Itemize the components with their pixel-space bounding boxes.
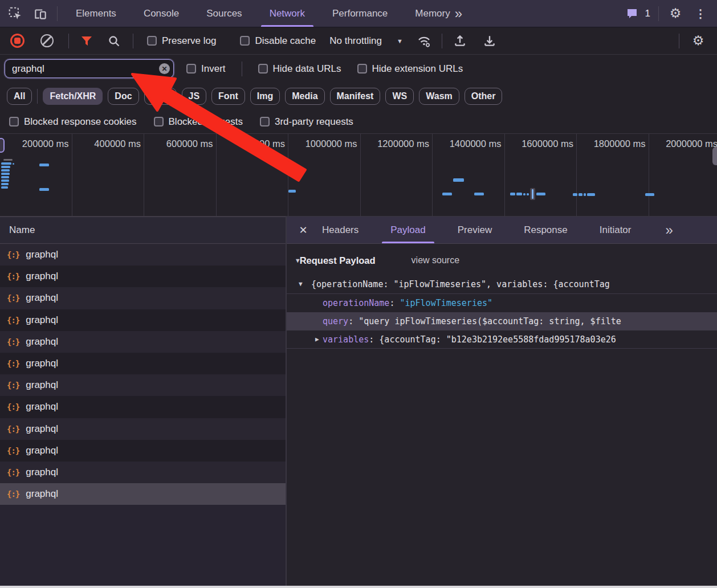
inspect-element-icon[interactable]: [7, 5, 24, 22]
timeline-tick-label: 1400000 ms: [450, 138, 502, 149]
timeline-column: 200000 ms: [0, 134, 72, 217]
payload-colon: :: [348, 316, 358, 326]
request-row[interactable]: {:}graphql: [0, 353, 286, 374]
request-row[interactable]: {:}graphql: [0, 374, 286, 396]
fetch-xhr-type-icon: {:}: [7, 316, 19, 325]
section-expanded-icon[interactable]: ▼: [296, 257, 300, 264]
request-row[interactable]: {:}graphql: [0, 244, 286, 266]
tab-memory[interactable]: Memory: [414, 0, 451, 27]
network-settings-gear-icon[interactable]: ⚙: [690, 32, 707, 50]
details-more-tabs-icon[interactable]: »: [665, 222, 671, 238]
request-row[interactable]: {:}graphql: [0, 331, 286, 353]
chip-css[interactable]: CSS: [144, 88, 177, 105]
close-details-icon[interactable]: ✕: [294, 224, 313, 236]
details-tab-headers[interactable]: Headers: [321, 217, 360, 243]
timeline-tick-label: 600000 ms: [166, 138, 213, 149]
timeline-column: 400000 ms: [72, 134, 145, 217]
request-row[interactable]: {:}graphql: [0, 440, 286, 462]
name-column-header[interactable]: Name: [0, 217, 286, 244]
fetch-xhr-type-icon: {:}: [7, 293, 19, 303]
network-overview-timeline[interactable]: 200000 ms400000 ms600000 ms800000 ms1000…: [0, 134, 717, 217]
device-toolbar-icon[interactable]: [32, 5, 49, 22]
chip-font[interactable]: Font: [211, 88, 245, 105]
issues-message-icon[interactable]: [624, 5, 641, 22]
checkbox-preserve-log[interactable]: Preserve log: [147, 35, 216, 47]
payload-summary-row[interactable]: ▼{operationName: "ipFlowTimeseries", var…: [287, 275, 717, 294]
tab-sources[interactable]: Sources: [205, 0, 243, 27]
chip-ws[interactable]: WS: [385, 88, 414, 105]
marker-line: [532, 189, 533, 199]
throttling-select[interactable]: No throttling ▼: [329, 35, 403, 47]
collapsed-arrow-icon[interactable]: ▶: [315, 336, 323, 343]
details-tab-initiator[interactable]: Initiator: [598, 217, 633, 243]
request-name: graphql: [26, 423, 58, 435]
chip-media[interactable]: Media: [285, 88, 324, 105]
request-row[interactable]: {:}graphql: [0, 309, 286, 331]
payload-panel: ▼ Request Payload view source ▼{operatio…: [287, 244, 717, 349]
request-row[interactable]: {:}graphql: [0, 462, 286, 483]
fetch-xhr-type-icon: {:}: [7, 272, 19, 281]
request-row[interactable]: {:}graphql: [0, 418, 286, 440]
payload-key: query: [323, 316, 348, 326]
details-tab-response[interactable]: Response: [523, 217, 569, 243]
timeline-tick-label: 800000 ms: [238, 138, 285, 149]
payload-row-query[interactable]: query: "query ipFlowTimeseries($accountT…: [287, 312, 717, 330]
checkbox-box-icon: [357, 64, 367, 74]
waterfall-bar: [474, 193, 484, 195]
details-tab-payload[interactable]: Payload: [389, 217, 426, 243]
expanded-arrow-icon[interactable]: ▼: [299, 280, 306, 288]
clear-filter-icon[interactable]: ✕: [159, 63, 170, 74]
chip-fetch-xhr[interactable]: Fetch/XHR: [43, 88, 103, 105]
details-tab-preview[interactable]: Preview: [457, 217, 493, 243]
chip-manifest[interactable]: Manifest: [330, 88, 381, 105]
tab-performance[interactable]: Performance: [331, 0, 389, 27]
clear-network-log-icon[interactable]: [40, 34, 54, 47]
more-tabs-icon[interactable]: »: [455, 6, 461, 22]
fetch-xhr-type-icon: {:}: [7, 250, 19, 259]
checkbox-hide-data-urls[interactable]: Hide data URLs: [258, 63, 341, 75]
chip-doc[interactable]: Doc: [108, 88, 138, 105]
waterfall-bar: [1, 162, 11, 165]
checkbox-disable-cache[interactable]: Disable cache: [240, 35, 316, 47]
resource-type-chips: AllFetch/XHRDocCSSJSFontImgMediaManifest…: [0, 83, 717, 110]
checkbox-hide-extension-urls[interactable]: Hide extension URLs: [357, 63, 463, 75]
filter-funnel-icon[interactable]: [78, 32, 95, 50]
waterfall-bar: [527, 193, 529, 195]
settings-gear-icon[interactable]: ⚙: [667, 5, 684, 22]
payload-value: "ipFlowTimeseries": [400, 298, 492, 308]
kebab-menu-icon[interactable]: ⋮: [692, 5, 709, 22]
checkbox-invert[interactable]: Invert: [186, 63, 226, 75]
tab-elements[interactable]: Elements: [75, 0, 117, 27]
request-row[interactable]: {:}graphql: [0, 266, 286, 287]
chip-all[interactable]: All: [7, 88, 32, 105]
tab-console[interactable]: Console: [142, 0, 180, 27]
chip-other[interactable]: Other: [465, 88, 503, 105]
request-row[interactable]: {:}graphql: [0, 396, 286, 418]
chip-wasm[interactable]: Wasm: [419, 88, 459, 105]
chip-img[interactable]: Img: [250, 88, 280, 105]
payload-colon: :: [389, 298, 400, 308]
checkbox-box-icon: [147, 36, 157, 46]
issues-count[interactable]: 1: [645, 8, 650, 19]
payload-row-operationname[interactable]: operationName: "ipFlowTimeseries": [287, 294, 717, 312]
filter-input[interactable]: [5, 59, 174, 78]
payload-key: operationName: [323, 298, 389, 308]
request-name: graphql: [26, 249, 58, 260]
import-har-icon[interactable]: [451, 32, 469, 50]
checkbox-blocked-response-cookies[interactable]: Blocked response cookies: [9, 116, 137, 128]
network-conditions-icon[interactable]: [415, 32, 433, 50]
waterfall-bar: [453, 178, 464, 182]
view-source-link[interactable]: view source: [412, 255, 459, 266]
request-row[interactable]: {:}graphql: [0, 287, 286, 309]
waterfall-bar: [645, 193, 654, 196]
payload-row-variables[interactable]: ▶variables: {accountTag: "b12e3b2192ee55…: [287, 330, 717, 349]
tab-network[interactable]: Network: [268, 0, 306, 27]
export-har-icon[interactable]: [481, 32, 498, 50]
search-icon[interactable]: [105, 32, 123, 50]
chip-js[interactable]: JS: [182, 88, 207, 105]
request-row[interactable]: {:}graphql: [0, 483, 286, 505]
record-network-log-button[interactable]: [10, 34, 25, 48]
timeline-column: 600000 ms: [144, 134, 217, 217]
checkbox-3rd-party-requests[interactable]: 3rd-party requests: [260, 116, 353, 128]
checkbox-blocked-requests[interactable]: Blocked requests: [154, 116, 243, 128]
